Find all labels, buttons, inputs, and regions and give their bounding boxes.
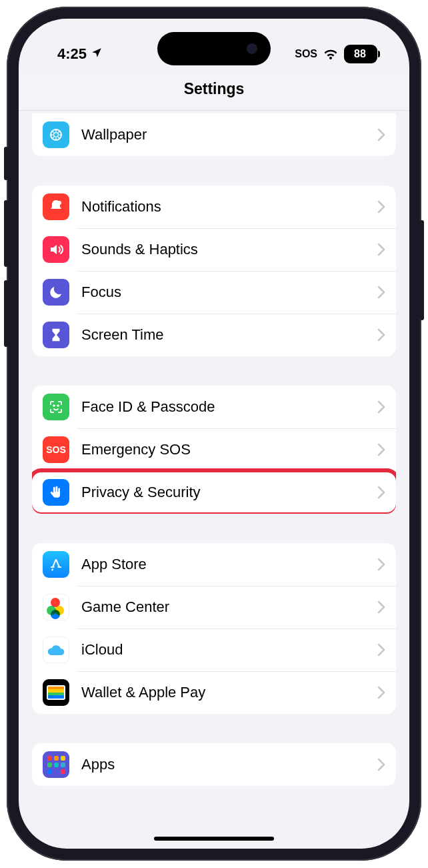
hourglass-icon	[43, 322, 69, 348]
chevron-right-icon	[377, 558, 385, 571]
row-label: App Store	[81, 556, 377, 573]
chevron-right-icon	[377, 400, 385, 414]
wallpaper-icon	[43, 121, 69, 148]
row-icloud[interactable]: iCloud	[32, 628, 396, 671]
sos-icon: SOS	[43, 436, 69, 463]
wifi-icon	[323, 47, 339, 61]
svg-point-1	[54, 133, 59, 137]
face-id-icon	[43, 394, 69, 420]
chevron-right-icon	[377, 443, 385, 456]
row-face-id-passcode[interactable]: Face ID & Passcode	[32, 386, 396, 428]
chevron-right-icon	[377, 686, 385, 699]
chevron-right-icon	[377, 286, 385, 299]
row-app-store[interactable]: App Store	[32, 543, 396, 586]
row-focus[interactable]: Focus	[32, 271, 396, 314]
phone-frame: 4:25 SOS 88 Settings	[7, 7, 421, 861]
apps-icon	[43, 751, 69, 778]
row-emergency-sos[interactable]: SOS Emergency SOS	[32, 428, 396, 471]
settings-content[interactable]: Wallpaper Notifications Sounds	[19, 113, 409, 813]
row-label: iCloud	[81, 641, 377, 659]
row-label: Wallet & Apple Pay	[81, 684, 377, 701]
bell-icon	[43, 193, 69, 220]
chevron-right-icon	[377, 600, 385, 614]
chevron-right-icon	[377, 128, 385, 141]
appstore-icon	[43, 551, 69, 578]
chevron-right-icon	[377, 758, 385, 771]
status-left: 4:25	[57, 45, 103, 63]
chevron-right-icon	[377, 243, 385, 256]
row-apps[interactable]: Apps	[32, 743, 396, 786]
svg-point-3	[53, 405, 55, 406]
svg-point-4	[57, 405, 59, 406]
row-label: Emergency SOS	[81, 441, 377, 458]
speaker-icon	[43, 236, 69, 263]
row-sounds-haptics[interactable]: Sounds & Haptics	[32, 228, 396, 271]
sos-text: SOS	[46, 444, 66, 455]
row-label: Game Center	[81, 598, 377, 616]
settings-group: Wallpaper	[32, 113, 396, 156]
chevron-right-icon	[377, 643, 385, 657]
wallet-icon	[43, 679, 69, 706]
page-title: Settings	[19, 80, 409, 98]
power-button	[420, 220, 424, 320]
status-time: 4:25	[57, 45, 87, 63]
row-privacy-security[interactable]: Privacy & Security	[32, 471, 396, 514]
row-label: Sounds & Haptics	[81, 241, 377, 258]
row-label: Privacy & Security	[81, 484, 377, 501]
settings-group: Notifications Sounds & Haptics Focus	[32, 185, 396, 356]
row-label: Focus	[81, 284, 377, 301]
chevron-right-icon	[377, 328, 385, 342]
row-notifications[interactable]: Notifications	[32, 185, 396, 228]
volume-down-button	[4, 280, 8, 347]
dynamic-island	[157, 32, 271, 65]
icloud-icon	[43, 636, 69, 663]
row-screen-time[interactable]: Screen Time	[32, 314, 396, 356]
row-game-center[interactable]: Game Center	[32, 586, 396, 628]
location-arrow-icon	[91, 45, 103, 63]
row-label: Notifications	[81, 198, 377, 215]
settings-group: Apps	[32, 743, 396, 786]
settings-group: Face ID & Passcode SOS Emergency SOS Pri…	[32, 386, 396, 514]
status-right: SOS 88	[295, 45, 377, 63]
hand-icon	[43, 479, 69, 506]
screen: 4:25 SOS 88 Settings	[19, 19, 409, 849]
row-label: Face ID & Passcode	[81, 398, 377, 416]
sos-indicator: SOS	[295, 48, 317, 60]
row-label: Apps	[81, 756, 377, 773]
volume-up-button	[4, 200, 8, 267]
header: Settings	[19, 73, 409, 111]
gamecenter-icon	[43, 594, 69, 620]
chevron-right-icon	[377, 486, 385, 499]
battery-percent: 88	[354, 48, 366, 60]
row-label: Screen Time	[81, 326, 377, 344]
svg-point-2	[57, 201, 61, 205]
row-wallpaper[interactable]: Wallpaper	[32, 113, 396, 156]
side-button	[4, 147, 8, 180]
settings-group: App Store Game Center iCloud	[32, 543, 396, 714]
home-indicator[interactable]	[154, 837, 274, 841]
moon-icon	[43, 279, 69, 306]
row-wallet-apple-pay[interactable]: Wallet & Apple Pay	[32, 671, 396, 714]
battery-indicator: 88	[344, 45, 377, 63]
chevron-right-icon	[377, 200, 385, 213]
row-label: Wallpaper	[81, 126, 377, 143]
